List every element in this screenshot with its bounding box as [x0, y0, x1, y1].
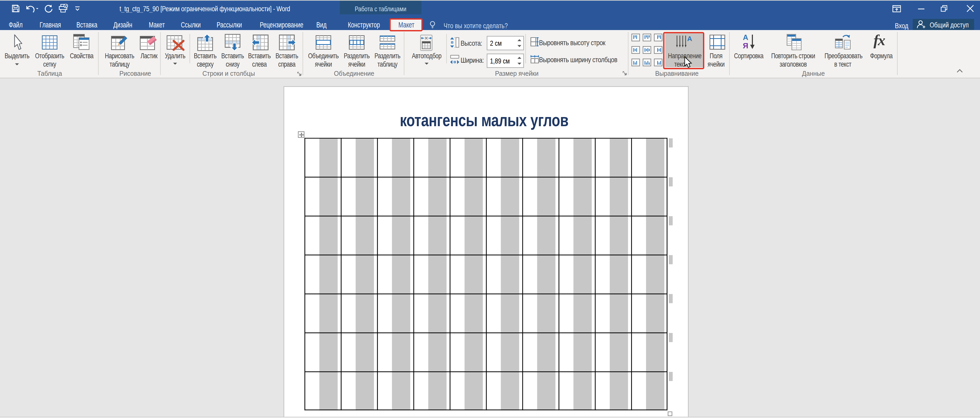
svg-text:А: А — [743, 33, 748, 41]
svg-text:Я: Я — [743, 41, 748, 50]
